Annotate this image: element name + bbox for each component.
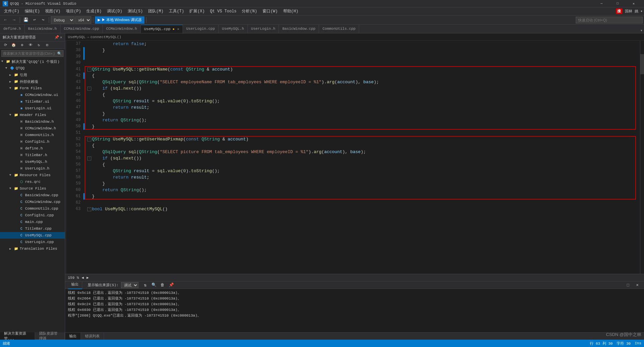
output-btab-output[interactable]: 输出 bbox=[65, 333, 81, 340]
tree-configini-cpp[interactable]: ▶ C ConfigIni.cpp bbox=[0, 212, 65, 219]
menu-edit[interactable]: 编辑(E) bbox=[22, 7, 43, 15]
tree-ccmainwindow-cpp[interactable]: ▶ C CCMainWindow.cpp bbox=[0, 199, 65, 205]
tree-commonutils-h[interactable]: ▶ H CommonUtils.h bbox=[0, 132, 65, 138]
tree-titlebar-ui[interactable]: ▶ ■ TitleBar.ui bbox=[0, 98, 65, 105]
tree-commonutils-cpp[interactable]: ▶ C CommonUtils.cpp bbox=[0, 205, 65, 212]
tab-basicwindow-h[interactable]: BasicWindow.h bbox=[25, 25, 61, 33]
config-dropdown[interactable]: Debug Release bbox=[51, 16, 75, 24]
tree-configini-h[interactable]: ▶ H ConfigIni.h bbox=[0, 138, 65, 145]
tree-main-cpp[interactable]: ▶ C main.cpp bbox=[0, 219, 65, 225]
tree-basicwindow-h[interactable]: ▶ H BasicWindow.h bbox=[0, 118, 65, 125]
menu-test[interactable]: 测试(S) bbox=[125, 7, 146, 15]
se-refresh-btn[interactable]: ↻ bbox=[35, 41, 43, 49]
code-content[interactable]: return false; } bbox=[85, 41, 640, 274]
se-bottom-tab-solution[interactable]: 解决方案资源管... bbox=[0, 332, 35, 340]
output-btab-errors[interactable]: 错误列表 bbox=[81, 333, 104, 340]
output-pin-btn[interactable]: 📌 bbox=[167, 281, 175, 289]
fold-44[interactable]: - bbox=[87, 87, 91, 91]
fold-41[interactable]: - bbox=[87, 68, 91, 72]
tree-header-files[interactable]: ▼ 📁 Header Files bbox=[0, 112, 65, 118]
menu-tools[interactable]: 工具(T) bbox=[166, 7, 187, 15]
tab-overflow-button[interactable]: ▾ bbox=[639, 28, 644, 33]
tree-source-files[interactable]: ▼ 📁 Source Files bbox=[0, 185, 65, 192]
menu-view[interactable]: 视图(V) bbox=[42, 7, 63, 15]
tree-translation-files[interactable]: ▶ 📁 Translation Files bbox=[0, 245, 65, 252]
menu-debug[interactable]: 调试(D) bbox=[104, 7, 125, 15]
minimize-button[interactable]: — bbox=[594, 0, 609, 7]
zoom-nav-next[interactable]: ▶ bbox=[87, 275, 89, 280]
tab-ccmainwindow-cpp[interactable]: CCMainWindow.cpp bbox=[61, 25, 103, 33]
tree-ccmainwindow-ui[interactable]: ▶ ■ CCMainWindow.ui bbox=[0, 92, 65, 98]
panel-pin-icon[interactable]: 📌 bbox=[55, 35, 59, 39]
output-float-btn[interactable]: ⬚ bbox=[624, 281, 632, 289]
tree-res-qrc[interactable]: ▶ ⬡ res.qrc bbox=[0, 179, 65, 185]
solution-search-input[interactable] bbox=[2, 51, 56, 55]
tab-ccmainwindow-h[interactable]: CCMainWindow.h bbox=[103, 25, 140, 33]
tree-usemysql-cpp[interactable]: ▶ C UseMySQL.cpp bbox=[0, 232, 65, 239]
output-close-btn[interactable]: ✕ bbox=[633, 281, 641, 289]
output-tab-output[interactable]: 输出 bbox=[68, 281, 82, 289]
menu-help[interactable]: 帮助(H) bbox=[281, 7, 301, 15]
output-content[interactable]: 线程 0x5c18 已退出，返回值为 -1073741510 (0xc00001… bbox=[65, 289, 644, 332]
menu-project[interactable]: 项目(P) bbox=[63, 7, 84, 15]
toolbar-save[interactable]: 💾 bbox=[22, 16, 30, 24]
fold-52[interactable]: - bbox=[87, 137, 91, 141]
tree-ref[interactable]: ▶ 📁 引用 bbox=[0, 72, 65, 78]
fold-55[interactable]: - bbox=[87, 156, 91, 160]
tree-ccmainwindow-h[interactable]: ▶ H CCMainWindow.h bbox=[0, 125, 65, 132]
quick-search-input[interactable] bbox=[576, 17, 643, 23]
menu-analyze[interactable]: 分析(N) bbox=[239, 7, 260, 15]
panel-close-icon[interactable]: ✕ bbox=[60, 35, 62, 39]
output-clear-btn[interactable]: 🗑 bbox=[158, 281, 167, 289]
tab-usemysql-cpp[interactable]: UseMySQL.cpp ● ✕ bbox=[141, 25, 183, 33]
tree-define-h[interactable]: ▶ H define.h bbox=[0, 145, 65, 152]
se-preview-btn[interactable]: 👁 bbox=[26, 41, 34, 49]
tree-userlogin-h[interactable]: ▶ H UserLogin.h bbox=[0, 165, 65, 172]
menu-qtvs[interactable]: Qt VS Tools bbox=[207, 7, 239, 15]
se-bottom-tab-team[interactable]: 团队资源管理器 bbox=[35, 332, 65, 340]
output-source-select[interactable]: 调试 bbox=[121, 282, 138, 288]
tab-define-h[interactable]: define.h bbox=[0, 25, 25, 33]
tree-titlebar-cpp[interactable]: ▶ C TitleBar.cpp bbox=[0, 225, 65, 232]
tree-ext-deps[interactable]: ▶ 📁 外部依赖项 bbox=[0, 78, 65, 85]
code-editor[interactable]: 37 38 39 40 41 42 43 44 45 46 47 48 49 5… bbox=[65, 41, 644, 274]
tree-titlebar-h[interactable]: ▶ H TitleBar.h bbox=[0, 152, 65, 158]
tab-usemysql-h[interactable]: UseMySQL.h bbox=[219, 25, 248, 33]
scrollbar-thumb[interactable] bbox=[640, 54, 644, 74]
toolbar-back[interactable]: ← bbox=[1, 16, 9, 24]
tab-userlogin-h[interactable]: UserLogin.h bbox=[248, 25, 279, 33]
menu-window[interactable]: 窗口(W) bbox=[260, 7, 281, 15]
tree-project-qtqq[interactable]: ▼ 🔷 QTQQ bbox=[0, 65, 65, 72]
tab-basicwindow-cpp[interactable]: BasicWindow.cpp bbox=[279, 25, 319, 33]
toolbar-undo[interactable]: ↩ bbox=[30, 16, 38, 24]
run-button[interactable]: ▶ ▶ 本地 Windows 调试器 bbox=[95, 16, 144, 24]
close-button[interactable]: ✕ bbox=[626, 0, 641, 7]
solution-tree[interactable]: ▼ 📁 解决方案'QtQQ'(1 个项目) ▼ 🔷 QTQQ ▶ 📁 引用 ▶ … bbox=[0, 58, 65, 332]
menu-team[interactable]: 团队(M) bbox=[145, 7, 166, 15]
fold-63[interactable]: - bbox=[87, 207, 91, 211]
menu-build[interactable]: 生成(B) bbox=[84, 7, 104, 15]
tree-usemysql-h[interactable]: ▶ H UseMySQL.h bbox=[0, 158, 65, 165]
tree-userlogin-ui[interactable]: ▶ ■ UserLogin.ui bbox=[0, 105, 65, 112]
tab-close-icon[interactable]: ✕ bbox=[177, 27, 179, 31]
menu-ext[interactable]: 扩展(X) bbox=[187, 7, 207, 15]
output-find-btn[interactable]: 🔍 bbox=[150, 281, 158, 289]
tab-userlogin-cpp[interactable]: UserLogin.cpp bbox=[183, 25, 219, 33]
output-wrap-btn[interactable]: ⇅ bbox=[141, 281, 149, 289]
se-filter-btn[interactable]: ⚙ bbox=[18, 41, 26, 49]
tree-form-files[interactable]: ▼ 📁 Form Files bbox=[0, 85, 65, 92]
tree-solution[interactable]: ▼ 📁 解决方案'QtQQ'(1 个项目) bbox=[0, 58, 65, 65]
zoom-nav-prev[interactable]: ◀ bbox=[82, 275, 84, 280]
tree-resource-files[interactable]: ▼ 📁 Resource Files bbox=[0, 172, 65, 179]
menu-file[interactable]: 文件(F) bbox=[1, 7, 22, 15]
tab-commonutils-cpp[interactable]: CommonUtils.cpp bbox=[319, 25, 359, 33]
tree-basicwindow-cpp[interactable]: ▶ C BasicWindow.cpp bbox=[0, 192, 65, 199]
minimap-scrollbar[interactable] bbox=[640, 41, 644, 274]
tree-userlogin-cpp[interactable]: ▶ C UserLogin.cpp bbox=[0, 239, 65, 245]
toolbar-forward[interactable]: → bbox=[10, 16, 18, 24]
se-home-btn[interactable]: 🏠 bbox=[10, 41, 18, 49]
toolbar-redo[interactable]: ↪ bbox=[39, 16, 47, 24]
se-sync-btn[interactable]: ⟳ bbox=[1, 41, 9, 49]
platform-dropdown[interactable]: x64 bbox=[75, 16, 91, 24]
maximize-button[interactable]: □ bbox=[610, 0, 625, 7]
